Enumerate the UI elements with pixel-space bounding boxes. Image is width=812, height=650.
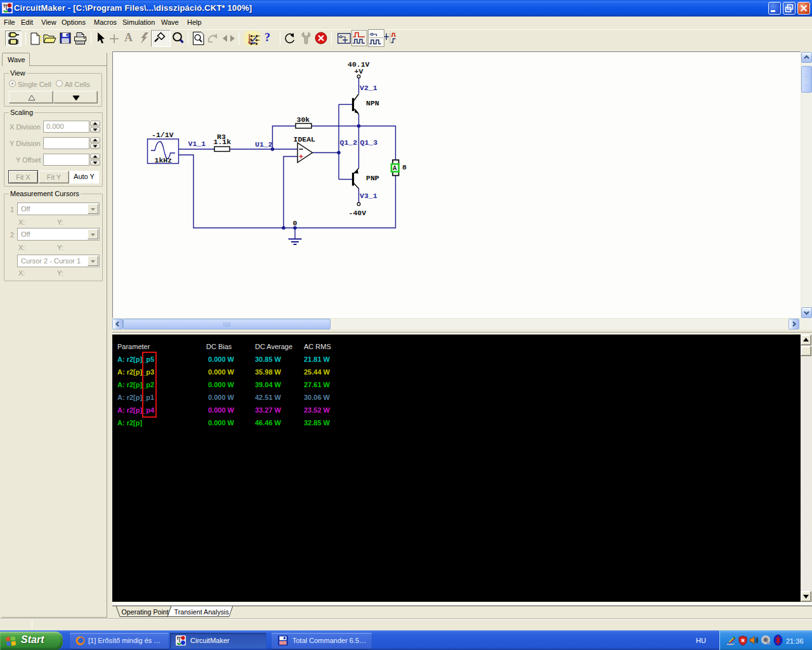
svg-text:1kHz: 1kHz	[155, 156, 173, 164]
svg-text:1.1k: 1.1k	[214, 138, 232, 146]
svg-text:+V: +V	[355, 67, 363, 76]
svg-text:Operating Point: Operating Point	[122, 608, 169, 616]
svg-text:30k: 30k	[297, 116, 310, 124]
svg-text:V1_1: V1_1	[188, 140, 206, 148]
svg-text:PNP: PNP	[366, 174, 379, 182]
svg-text:-1/1V: -1/1V	[152, 131, 174, 139]
svg-text:U1_2: U1_2	[255, 140, 273, 149]
svg-text:Transient Analysis: Transient Analysis	[174, 608, 229, 616]
svg-text:NPN: NPN	[366, 99, 379, 107]
svg-text:IDEAL: IDEAL	[294, 135, 316, 143]
svg-text:V3_1: V3_1	[360, 192, 377, 200]
svg-text:Q1_3: Q1_3	[360, 138, 378, 147]
svg-text:8: 8	[402, 163, 407, 171]
svg-text:0: 0	[293, 219, 298, 227]
svg-text:-40V: -40V	[349, 209, 367, 217]
svg-text:A: A	[393, 164, 397, 172]
svg-text:V2_1: V2_1	[360, 84, 377, 92]
svg-text:Q1_2: Q1_2	[340, 138, 358, 147]
